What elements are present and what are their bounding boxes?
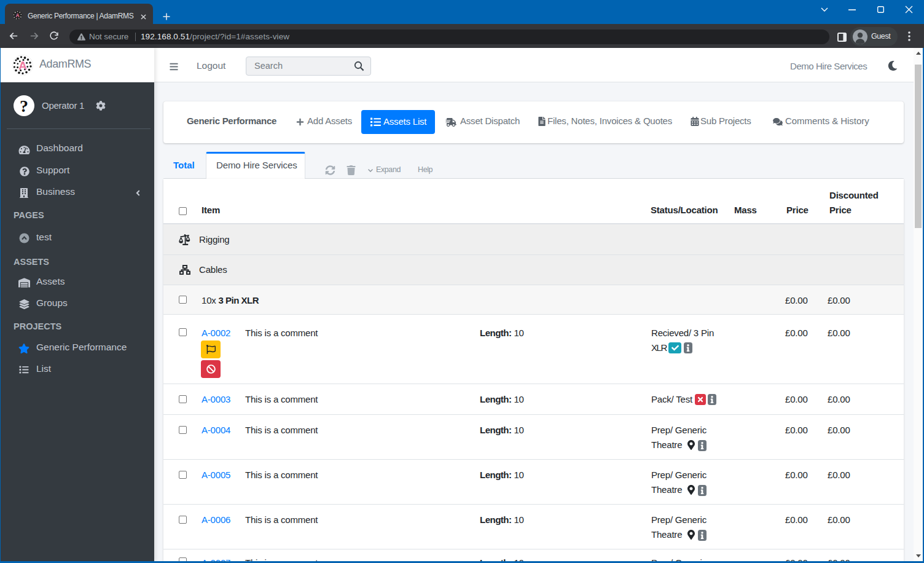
svg-text:A: A [15,12,19,18]
svg-text:A: A [18,59,27,72]
svg-text:?: ? [20,96,28,116]
